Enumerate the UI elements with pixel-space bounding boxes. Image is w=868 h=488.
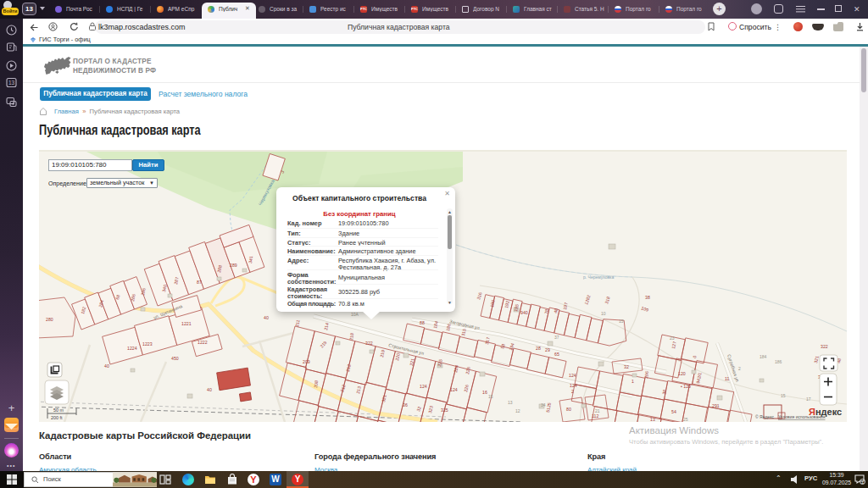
svg-text:322: 322 [365,341,373,346]
svg-text:325: 325 [441,408,448,413]
svg-text:208: 208 [313,380,319,389]
svg-text:124: 124 [570,383,577,388]
svg-text:200 ft: 200 ft [51,415,63,420]
svg-text:2: 2 [571,389,574,394]
svg-text:1224: 1224 [127,346,137,351]
svg-text:17: 17 [806,396,811,402]
svg-text:186: 186 [775,359,782,364]
svg-text:124: 124 [569,373,576,378]
svg-text:218: 218 [348,333,354,341]
svg-text:280: 280 [46,317,53,322]
svg-text:10: 10 [601,311,606,316]
svg-text:28: 28 [536,346,541,351]
svg-text:80: 80 [566,407,571,412]
svg-text:184: 184 [760,354,767,359]
svg-text:124: 124 [420,384,427,389]
svg-text:40: 40 [104,363,109,369]
svg-text:р. Черемуховка: р. Черемуховка [583,274,614,280]
svg-text:13: 13 [8,80,15,86]
svg-text:32: 32 [624,364,629,369]
svg-text:13: 13 [508,400,513,405]
svg-text:10А: 10А [351,312,359,317]
svg-text:15: 15 [488,394,493,399]
svg-text:1: 1 [861,480,864,485]
svg-text:© Яндекс: © Яндекс [755,414,774,419]
svg-text:2: 2 [738,366,741,371]
svg-text:38: 38 [645,295,650,300]
svg-text:940: 940 [520,310,528,315]
svg-text:• 120: • 120 [681,384,691,389]
svg-text:29: 29 [545,347,550,352]
svg-text:209: 209 [303,359,310,364]
svg-text:54: 54 [671,409,676,414]
svg-text:Условия использования: Условия использования [778,414,826,419]
svg-text:289: 289 [230,263,237,268]
svg-text:88: 88 [420,320,425,325]
svg-text:1221: 1221 [181,321,192,326]
svg-text:1223: 1223 [142,341,153,347]
svg-text:1: 1 [632,379,634,384]
svg-text:40: 40 [207,387,212,392]
svg-text:112: 112 [592,413,598,419]
svg-text:12: 12 [515,408,520,413]
svg-text:16: 16 [482,390,487,395]
svg-text:341: 341 [248,256,253,264]
svg-text:25: 25 [683,417,688,422]
svg-text:13: 13 [650,417,655,422]
svg-text:21: 21 [595,408,600,413]
svg-text:50 m: 50 m [53,408,64,413]
svg-text:87: 87 [197,280,202,285]
svg-text:124: 124 [450,387,458,392]
svg-text:120: 120 [678,371,686,376]
svg-text:11: 11 [725,376,729,381]
svg-text:23: 23 [670,336,675,341]
svg-text:34: 34 [541,402,546,408]
svg-text:450: 450 [171,356,179,361]
svg-text:37: 37 [554,335,559,340]
svg-text:1222: 1222 [198,340,208,345]
svg-text:296: 296 [643,371,649,380]
svg-text:322: 322 [821,344,828,349]
svg-text:40: 40 [264,315,269,320]
svg-text:36: 36 [403,402,408,408]
svg-text:65: 65 [554,352,559,357]
svg-text:291: 291 [712,403,720,408]
svg-text:15: 15 [781,393,786,398]
svg-text:15: 15 [619,319,624,324]
